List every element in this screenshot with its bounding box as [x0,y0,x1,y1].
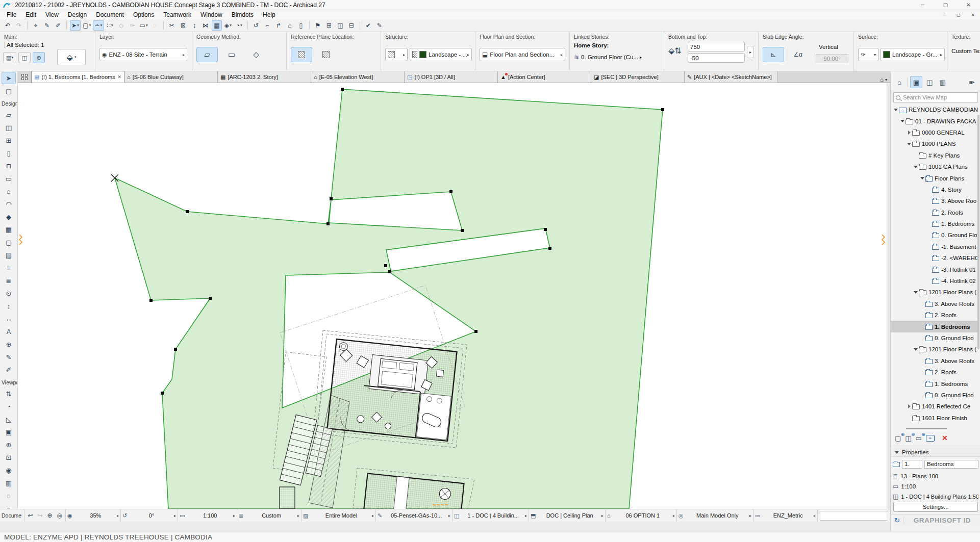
tree-item[interactable]: 1401 Reflected Ce [891,401,978,412]
home-story-dropdown[interactable]: ≋ 0. Ground Floor (Cu... ▸ [574,52,661,62]
tree-item[interactable]: 2. Roofs [891,309,978,321]
top-offset-input[interactable]: 750 [688,42,745,51]
tree-item[interactable]: Floor Plans [891,172,978,184]
floor-plan-display-dropdown[interactable]: ⬓ Floor Plan and Section... ▸ [480,48,565,61]
segment-caret-icon[interactable]: ▸ [174,513,176,518]
refplane-top-button[interactable] [291,47,312,62]
doc-minimize-button[interactable]: ─ [937,10,951,19]
segment-caret-icon[interactable]: ▸ [673,513,675,518]
selection-mode-button[interactable]: ◫ [18,52,31,63]
tree-item[interactable]: 1000 PLANS [891,138,978,149]
tree-item-selected[interactable]: 1. Bedrooms [891,321,978,332]
scale-control[interactable]: ▭1:100▸ [178,509,237,522]
surface-material-dropdown[interactable]: Landscape - Gr... ▸ [881,48,945,61]
tab-5[interactable]: ◳(!) OP1 [3D / All] [405,71,498,83]
dimension-style-control[interactable]: ▭ENZ_Metric▸ [753,509,818,522]
tree-expand-icon[interactable] [906,141,912,147]
fit-in-window-button[interactable]: ◎ [55,512,64,519]
undo-button[interactable]: ↶ [3,20,13,31]
zoom-level-control[interactable]: ◉35%▸ [66,509,121,522]
copy-settings-button[interactable]: ◫ [335,20,345,31]
new-viewpoint-button[interactable]: ▢⊕ [895,434,901,442]
rotate-button[interactable]: ↺ [251,20,261,31]
arc-button[interactable]: ◔▾ [234,20,244,31]
fillet-button[interactable]: ⌐ [262,20,272,31]
renovation-button[interactable]: ◈▾ [223,20,233,31]
tree-expand-icon[interactable] [906,404,912,408]
tree-expand-icon[interactable] [893,107,899,113]
tab-7[interactable]: ◪[SEC | 3D Perspective] [591,71,685,83]
line-tool[interactable]: ✎ [2,351,16,363]
search-input[interactable]: Search View Map [893,92,978,102]
bottom-offset-input[interactable]: -50 [688,53,745,63]
link-settings-button[interactable]: ⊟ [346,20,357,31]
tab-1[interactable]: ▤(!) 1. Bedrooms [1. Bedrooms]✕ [31,71,124,83]
beam-tool[interactable]: ⊓ [2,160,16,172]
edge-custom-angle-button[interactable]: ∠α [787,47,809,62]
terrain-mesh-polygon[interactable] [115,89,663,509]
layout-row[interactable]: ◫ 1 - DOC | 4 Building Plans 1:50 [893,492,978,502]
edge-vertical-button[interactable]: ⊾ [763,47,784,62]
stair-tool[interactable]: ≡ [2,262,16,274]
grid-snap-button[interactable]: ▦ [212,20,222,31]
tree-item[interactable]: 1601 Floor Finish [891,412,978,424]
elevation-tool[interactable]: ◔ [2,400,16,412]
pen-set-control[interactable]: ✎05-Penset-GAs-10...▸ [376,509,453,522]
navigator-menu-icon[interactable]: ≡▸ [966,76,978,88]
tree-item[interactable]: -1. Basement [891,241,978,252]
geometry-polygon-button[interactable]: ▱ [196,47,218,62]
view-name-input[interactable]: Bedrooms [924,460,978,469]
tree-scrollbar[interactable] [977,115,979,349]
graphic-override-control[interactable]: ⬒DOC | Ceiling Plan▸ [529,509,606,522]
layer-combination-control[interactable]: ≣Custom▸ [237,509,301,522]
tree-item[interactable]: 1201 Floor Plans ( [891,287,978,298]
lamp-tool[interactable]: ↕ [2,300,16,312]
layout-book-mode-button[interactable]: ◫ [923,76,936,88]
close-button[interactable]: ✕ [957,0,980,10]
segment-caret-icon[interactable]: ▸ [601,513,604,518]
polyline-tool[interactable]: ✐ [2,364,16,376]
geometry-rotated-rectangle-button[interactable]: ◇ [245,47,267,62]
trim-button[interactable]: ✂ [167,20,177,31]
tab-6[interactable]: ▲[Action Center] [498,71,591,83]
new-folder-button[interactable]: ▭⊕ [916,434,922,442]
refplane-bottom-button[interactable] [315,47,337,62]
orientation-control[interactable]: ↺0°▸ [121,509,178,522]
tree-expand-icon[interactable] [906,131,912,135]
adjust-button[interactable]: ⊠ [178,20,188,31]
flag-marker-button[interactable]: ⚑ [313,20,323,31]
clone-folder-button[interactable]: ◫⊕ [905,434,911,442]
worksheet-tool[interactable]: ▣ [2,426,16,438]
maximize-button[interactable]: ▢ [934,0,957,10]
tab-overflow-caret-icon[interactable]: ▾ [885,78,887,82]
mesh-tool[interactable]: ▦ [2,223,16,236]
layer-combination-row[interactable]: ≣ 13 - Plans 100 [893,471,978,481]
split-button[interactable]: ↨ [189,20,199,31]
tree-item[interactable]: 0. Ground Flo [891,229,978,241]
canvas-panel-splitter[interactable] [887,83,890,509]
segment-caret-icon[interactable]: ▸ [297,513,299,518]
drawing-canvas[interactable] [18,83,887,509]
segment-caret-icon[interactable]: ▸ [233,513,235,518]
object-tool[interactable]: ⊙ [2,287,16,299]
view-settings-button[interactable]: ≡ [926,435,935,442]
structure-fill-dropdown[interactable]: ▸ [385,48,408,61]
column-tool[interactable]: ▯ [2,147,16,159]
tree-item[interactable]: # Key Plans [891,150,978,161]
menu-bimdots[interactable]: Bimdots [227,11,258,19]
tab-8[interactable]: ✎[AUX | <Date> <SketchName>] [685,71,778,83]
grid-system-button[interactable]: ⊞ [324,20,334,31]
tree-expand-icon[interactable] [913,346,919,353]
tab-3[interactable]: ▦[ARC-1203 2. Story] [218,71,311,83]
dimension-tool[interactable]: ↔ [2,313,16,325]
tree-item[interactable]: 0. Ground Floo [891,390,978,401]
tree-item[interactable]: 3. Above Roo [891,195,978,207]
segment-caret-icon[interactable]: ▸ [749,513,751,518]
window-tool[interactable]: ⊞ [2,134,16,146]
morph-tool[interactable]: ◆ [2,211,16,223]
menu-window[interactable]: Window [196,11,227,19]
doc-close-button[interactable]: ✕ [966,10,980,19]
tree-item[interactable]: 4. Story [891,184,978,195]
tree-item[interactable]: -3. Hotlink 01 [891,264,978,275]
segment-caret-icon[interactable]: ▸ [814,513,816,518]
